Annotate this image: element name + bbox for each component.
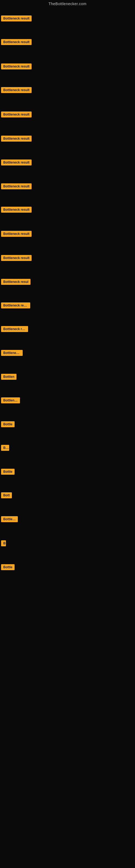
badge-row-4: Bottleneck result (0, 87, 32, 94)
badge-row-24: Bottle (0, 564, 14, 571)
bottleneck-badge-1[interactable]: Bottleneck result (1, 16, 32, 22)
bottleneck-badge-13[interactable]: Bottleneck result (1, 303, 30, 308)
bottleneck-badge-19[interactable]: Bo (1, 445, 9, 451)
bottleneck-badge-7[interactable]: Bottleneck result (1, 159, 32, 165)
badge-row-5: Bottleneck result (0, 112, 32, 119)
bottleneck-badge-2[interactable]: Bottleneck result (1, 39, 32, 45)
bottleneck-badge-15[interactable]: Bottleneck r (1, 350, 23, 356)
bottleneck-badge-17[interactable]: Bottleneck (1, 397, 20, 403)
badge-row-3: Bottleneck result (0, 63, 32, 70)
bottleneck-badge-23[interactable]: B (1, 540, 6, 546)
badge-row-15: Bottleneck r (0, 350, 23, 357)
badge-row-13: Bottleneck result (0, 303, 30, 310)
badge-row-12: Bottleneck resul (0, 279, 31, 286)
bottleneck-badge-10[interactable]: Bottleneck result (1, 231, 32, 237)
badge-row-6: Bottleneck result (0, 135, 32, 143)
bottleneck-badge-5[interactable]: Bottleneck result (1, 112, 32, 118)
bottleneck-badge-14[interactable]: Bottleneck result (1, 326, 28, 332)
bottleneck-badge-24[interactable]: Bottle (1, 564, 14, 570)
badge-row-19: Bo (0, 445, 9, 452)
badge-row-11: Bottleneck result (0, 255, 32, 262)
bottleneck-badge-6[interactable]: Bottleneck result (1, 135, 32, 142)
badge-row-17: Bottleneck (0, 397, 20, 404)
site-title: TheBottlenecker.com (0, 0, 135, 8)
bottleneck-badge-18[interactable]: Bottle (1, 421, 14, 427)
badge-row-10: Bottleneck result (0, 231, 32, 238)
badge-row-16: Bottlen (0, 374, 16, 381)
badge-row-21: Bott (0, 492, 12, 499)
badge-row-1: Bottleneck result (0, 16, 32, 23)
badge-row-14: Bottleneck result (0, 326, 28, 333)
bottleneck-badge-9[interactable]: Bottleneck result (1, 207, 32, 213)
badge-row-23: B (0, 540, 6, 547)
bottleneck-badge-4[interactable]: Bottleneck result (1, 87, 32, 93)
bottleneck-badge-11[interactable]: Bottleneck result (1, 255, 32, 261)
bottleneck-badge-8[interactable]: Bottleneck result (1, 183, 32, 189)
bottleneck-badge-20[interactable]: Bottle (1, 469, 14, 475)
bottleneck-badge-16[interactable]: Bottlen (1, 374, 16, 380)
bottleneck-badge-21[interactable]: Bott (1, 492, 12, 498)
badge-row-22: Bottlene (0, 516, 18, 523)
badge-row-18: Bottle (0, 421, 14, 428)
bottleneck-badge-12[interactable]: Bottleneck resul (1, 279, 31, 285)
badge-row-2: Bottleneck result (0, 39, 32, 46)
badge-row-20: Bottle (0, 469, 14, 476)
badge-row-7: Bottleneck result (0, 159, 32, 166)
badge-row-8: Bottleneck result (0, 183, 32, 190)
bottleneck-badge-3[interactable]: Bottleneck result (1, 63, 32, 69)
badge-row-9: Bottleneck result (0, 207, 32, 214)
bottleneck-badge-22[interactable]: Bottlene (1, 516, 18, 522)
